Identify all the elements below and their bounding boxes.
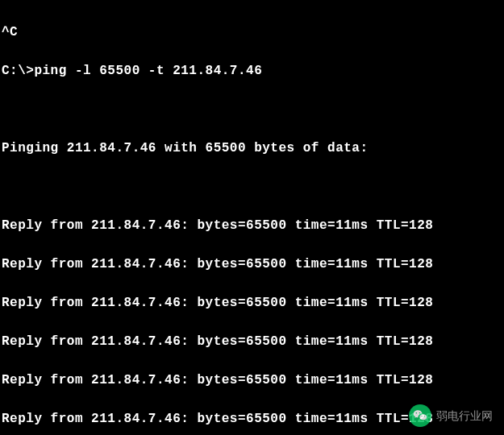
watermark: 弱电行业网	[409, 404, 493, 427]
ping-reply: Reply from 211.84.7.46: bytes=65500 time…	[2, 332, 502, 351]
interrupt-signal: ^C	[2, 23, 502, 42]
watermark-text: 弱电行业网	[436, 408, 493, 425]
ping-reply: Reply from 211.84.7.46: bytes=65500 time…	[2, 216, 502, 235]
wechat-icon	[409, 404, 431, 427]
blank-line	[2, 100, 502, 119]
prompt: C:\>	[2, 64, 34, 78]
ping-reply: Reply from 211.84.7.46: bytes=65500 time…	[2, 255, 502, 274]
ping-reply: Reply from 211.84.7.46: bytes=65500 time…	[2, 371, 502, 390]
ping-header: Pinging 211.84.7.46 with 65500 bytes of …	[2, 139, 502, 158]
terminal-output: ^C C:\>ping -l 65500 -t 211.84.7.46 Ping…	[2, 3, 502, 435]
command-text: ping -l 65500 -t 211.84.7.46	[34, 64, 262, 78]
blank-line	[2, 177, 502, 197]
command-line[interactable]: C:\>ping -l 65500 -t 211.84.7.46	[2, 61, 502, 81]
ping-reply: Reply from 211.84.7.46: bytes=65500 time…	[2, 293, 502, 313]
